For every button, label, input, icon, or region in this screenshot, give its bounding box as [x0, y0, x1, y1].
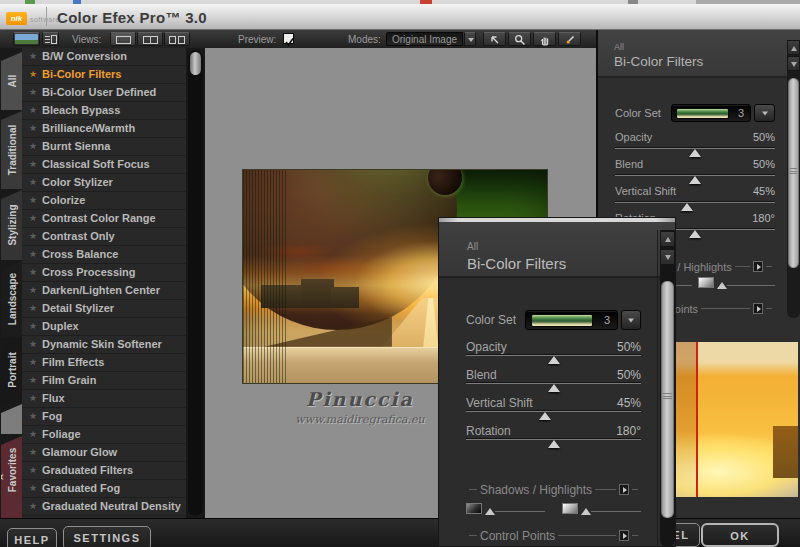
star-icon[interactable]: ★: [29, 84, 37, 101]
slider-handle[interactable]: [689, 149, 701, 157]
star-icon[interactable]: ★: [29, 228, 37, 245]
modes-dropdown-button[interactable]: [464, 32, 476, 46]
slider-track[interactable]: [466, 383, 641, 392]
filter-item[interactable]: ★Contrast Only: [22, 228, 186, 246]
star-icon[interactable]: ★: [29, 498, 37, 515]
star-icon[interactable]: ★: [29, 210, 37, 227]
scroll-down-button[interactable]: [787, 56, 800, 71]
filter-item[interactable]: ★Bi-Color Filters: [22, 66, 186, 84]
color-set-swatch[interactable]: 3: [525, 310, 618, 330]
star-icon[interactable]: ★: [29, 138, 37, 155]
filter-item[interactable]: ★Brilliance/Warmth: [22, 120, 186, 138]
scrollbar-thumb[interactable]: [788, 78, 799, 268]
slider-handle[interactable]: [548, 356, 560, 364]
star-icon[interactable]: ★: [29, 462, 37, 479]
image-thumbnail-button[interactable]: [13, 32, 40, 46]
star-icon[interactable]: ★: [29, 480, 37, 497]
color-set-swatch[interactable]: 3: [671, 104, 751, 122]
filter-item[interactable]: ★Bi-Color User Defined: [22, 84, 186, 102]
star-icon[interactable]: ★: [29, 318, 37, 335]
filter-item[interactable]: ★Foliage: [22, 426, 186, 444]
slider-handle[interactable]: [548, 384, 560, 392]
scrollbar-thumb[interactable]: [661, 281, 674, 518]
star-icon[interactable]: ★: [29, 372, 37, 389]
filter-item[interactable]: ★Detail Stylizer: [22, 300, 186, 318]
eyedropper-tool-button[interactable]: [558, 32, 581, 46]
star-icon[interactable]: ★: [29, 48, 37, 65]
scroll-up-button[interactable]: [787, 40, 800, 55]
star-icon[interactable]: ★: [29, 444, 37, 461]
slider-handle[interactable]: [548, 440, 560, 448]
filter-item[interactable]: ★Bleach Bypass: [22, 102, 186, 120]
slider-handle[interactable]: [539, 412, 551, 420]
settings-button[interactable]: SETTINGS: [63, 526, 151, 547]
category-tab-stylizing[interactable]: Stylizing: [1, 190, 22, 260]
slider-handle[interactable]: [485, 508, 495, 515]
filter-item[interactable]: ★Color Stylizer: [22, 174, 186, 192]
category-tab-portrait[interactable]: Portrait: [1, 338, 22, 402]
star-icon[interactable]: ★: [29, 66, 37, 83]
filter-item[interactable]: ★Glamour Glow: [22, 444, 186, 462]
scrollbar-track[interactable]: [188, 50, 203, 516]
star-icon[interactable]: ★: [29, 156, 37, 173]
scrollbar-thumb[interactable]: [190, 52, 201, 75]
filter-item[interactable]: ★Cross Balance: [22, 246, 186, 264]
filter-item[interactable]: ★Graduated Neutral Density: [22, 498, 186, 516]
slider-track[interactable]: [495, 511, 545, 512]
filter-item[interactable]: ★Film Effects: [22, 354, 186, 372]
section-expand-button[interactable]: [619, 530, 629, 541]
panel-scrollbar[interactable]: [787, 40, 800, 318]
scroll-down-button[interactable]: [660, 249, 675, 265]
slider-track[interactable]: [615, 175, 775, 184]
slider-handle[interactable]: [689, 176, 701, 184]
filter-item[interactable]: ★Contrast Color Range: [22, 210, 186, 228]
star-icon[interactable]: ★: [29, 102, 37, 119]
filter-item[interactable]: ★Flux: [22, 390, 186, 408]
slider-track[interactable]: [615, 202, 775, 211]
section-expand-button[interactable]: [753, 303, 763, 314]
slider-handle[interactable]: [717, 282, 727, 289]
category-tab-all[interactable]: All: [1, 52, 22, 110]
star-icon[interactable]: ★: [29, 264, 37, 281]
modes-dropdown[interactable]: Original Image: [386, 32, 463, 46]
filter-item[interactable]: ★Burnt Sienna: [22, 138, 186, 156]
split-view-button[interactable]: [137, 32, 163, 46]
highlights-mini-slider[interactable]: [698, 277, 775, 291]
filter-item[interactable]: ★Graduated Fog: [22, 480, 186, 498]
filter-item[interactable]: ★Classical Soft Focus: [22, 156, 186, 174]
color-set-dropdown-button[interactable]: [754, 104, 775, 122]
star-icon[interactable]: ★: [29, 300, 37, 317]
star-icon[interactable]: ★: [29, 246, 37, 263]
dialog-scrollbar[interactable]: [657, 230, 675, 547]
side-by-side-view-button[interactable]: [164, 32, 190, 46]
filter-item[interactable]: ★Graduated Filters: [22, 462, 186, 480]
star-icon[interactable]: ★: [29, 192, 37, 209]
highlights-mini-slider[interactable]: [562, 503, 641, 518]
help-button[interactable]: HELP: [7, 528, 57, 547]
star-icon[interactable]: ★: [29, 354, 37, 371]
section-expand-button[interactable]: [753, 261, 763, 272]
filter-item[interactable]: ★Dynamic Skin Softener: [22, 336, 186, 354]
zoom-tool-button[interactable]: [508, 32, 531, 46]
select-tool-button[interactable]: [483, 32, 506, 46]
filter-item[interactable]: ★Film Grain: [22, 372, 186, 390]
slider-track[interactable]: [591, 511, 641, 512]
slider-track[interactable]: [615, 148, 775, 157]
filter-item[interactable]: ★Colorize: [22, 192, 186, 210]
slider-track[interactable]: [466, 411, 641, 420]
preview-checkbox[interactable]: [283, 33, 294, 44]
slider-handle[interactable]: [689, 230, 701, 238]
star-icon[interactable]: ★: [29, 282, 37, 299]
section-expand-button[interactable]: [619, 484, 629, 495]
slider-track[interactable]: [466, 355, 641, 364]
filter-item[interactable]: ★Duplex: [22, 318, 186, 336]
single-view-button[interactable]: [110, 32, 136, 46]
filter-list-scrollbar[interactable]: [186, 48, 205, 518]
slider-handle[interactable]: [581, 508, 591, 515]
category-tab-landscape[interactable]: Landscape: [1, 261, 22, 337]
slider-track[interactable]: [727, 285, 775, 286]
category-tab-favorites[interactable]: Favorites★: [1, 436, 22, 518]
filter-item[interactable]: ★Darken/Lighten Center: [22, 282, 186, 300]
star-icon[interactable]: ★: [29, 174, 37, 191]
filterlist-view-button[interactable]: [42, 32, 59, 46]
